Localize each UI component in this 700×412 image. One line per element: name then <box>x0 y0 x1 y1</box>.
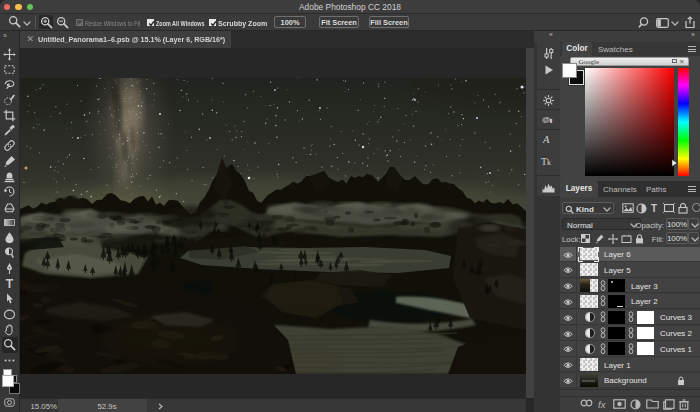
svg-text:T: T <box>6 277 14 290</box>
